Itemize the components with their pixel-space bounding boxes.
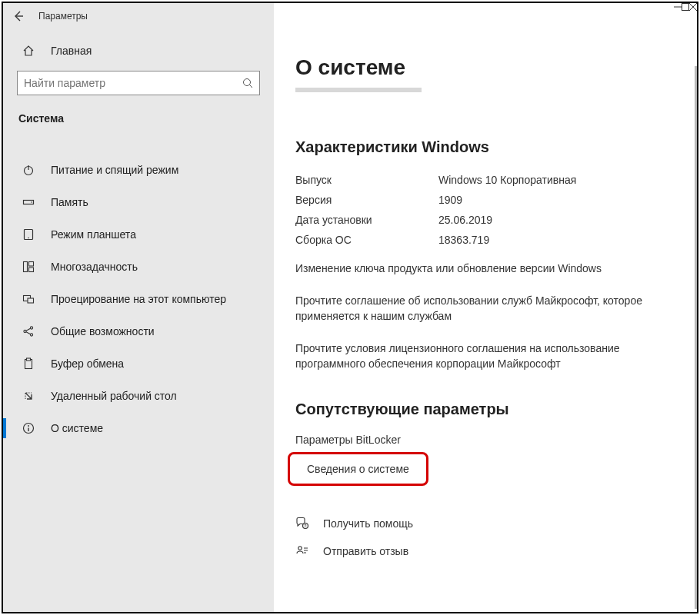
sidebar-item-label: Многозадачность xyxy=(51,260,138,274)
spec-value: 18363.719 xyxy=(438,234,489,246)
svg-rect-15 xyxy=(29,268,34,272)
maximize-button[interactable] xyxy=(682,3,689,11)
get-help-label: Получить помощь xyxy=(323,517,413,530)
spec-row: Версия 1909 xyxy=(295,190,675,210)
sidebar-item-clipboard[interactable]: Буфер обмена xyxy=(3,347,274,380)
search-input-container[interactable] xyxy=(17,71,260,95)
svg-rect-17 xyxy=(28,298,34,303)
storage-icon xyxy=(20,196,37,208)
svg-line-22 xyxy=(26,332,31,334)
title-underline xyxy=(295,88,422,92)
svg-point-19 xyxy=(30,327,32,329)
windows-specs-heading: Характеристики Windows xyxy=(295,138,675,156)
search-input[interactable] xyxy=(24,77,242,89)
sidebar-item-project[interactable]: Проецирование на этот компьютер xyxy=(3,283,274,315)
sidebar-item-label: Питание и спящий режим xyxy=(51,163,178,177)
minimize-button[interactable] xyxy=(674,3,682,11)
svg-point-12 xyxy=(28,238,29,239)
product-key-link[interactable]: Изменение ключа продукта или обновление … xyxy=(295,261,675,276)
svg-line-6 xyxy=(250,85,253,88)
sidebar-item-about[interactable]: О системе xyxy=(3,412,274,444)
svg-rect-1 xyxy=(682,4,689,11)
spec-value: 25.06.2019 xyxy=(438,214,492,226)
settings-window: Параметры Главная Система xyxy=(2,2,698,613)
spec-key: Версия xyxy=(295,194,438,206)
page-title: О системе xyxy=(295,55,675,80)
help-icon: ? xyxy=(295,517,315,530)
sidebar: Главная Система Питание и спящий режим xyxy=(3,29,274,612)
sidebar-item-shared[interactable]: Общие возможности xyxy=(3,315,274,347)
main-content: О системе Характеристики Windows Выпуск … xyxy=(274,29,697,612)
bitlocker-link[interactable]: Параметры BitLocker xyxy=(295,429,675,450)
close-button[interactable] xyxy=(689,3,697,11)
spec-key: Выпуск xyxy=(295,174,438,186)
window-controls-area xyxy=(274,3,697,29)
svg-rect-14 xyxy=(29,262,34,267)
sidebar-menu: Питание и спящий режим Память Режим план… xyxy=(3,135,274,612)
svg-point-30 xyxy=(298,547,302,550)
svg-rect-13 xyxy=(24,262,28,272)
spec-row: Сборка ОС 18363.719 xyxy=(295,230,675,250)
get-help-link[interactable]: ? Получить помощь xyxy=(295,512,675,535)
svg-rect-24 xyxy=(27,358,31,361)
feedback-icon xyxy=(295,544,315,558)
sidebar-section-label: Система xyxy=(3,108,274,135)
svg-point-18 xyxy=(24,330,26,332)
sidebar-item-power[interactable]: Питание и спящий режим xyxy=(3,154,274,186)
sidebar-item-label: Общие возможности xyxy=(51,324,155,338)
sidebar-item-label: Память xyxy=(51,195,88,209)
home-icon xyxy=(20,45,37,57)
related-settings-heading: Сопутствующие параметры xyxy=(295,401,675,418)
svg-line-21 xyxy=(26,328,31,331)
sidebar-item-label: Буфер обмена xyxy=(51,357,124,371)
scrollbar[interactable] xyxy=(695,66,697,609)
svg-text:?: ? xyxy=(305,524,307,528)
svg-point-5 xyxy=(244,79,251,86)
remote-icon xyxy=(20,390,37,402)
sidebar-item-remote[interactable]: Удаленный рабочий стол xyxy=(3,380,274,412)
system-info-link-highlighted[interactable]: Сведения о системе xyxy=(288,452,428,486)
feedback-link[interactable]: Отправить отзыв xyxy=(295,540,675,563)
sidebar-item-label: Режим планшета xyxy=(51,228,136,241)
project-icon xyxy=(20,293,37,305)
home-link[interactable]: Главная xyxy=(3,38,274,63)
system-info-link-label: Сведения о системе xyxy=(307,463,409,475)
svg-point-26 xyxy=(28,425,29,427)
svg-point-20 xyxy=(30,334,32,336)
tablet-icon xyxy=(20,228,37,241)
ms-license-terms-link[interactable]: Прочтите условия лицензионного соглашени… xyxy=(295,341,675,371)
ms-services-agreement-link[interactable]: Прочтите соглашение об использовании слу… xyxy=(295,293,675,324)
power-icon xyxy=(20,164,37,176)
sidebar-item-multitask[interactable]: Многозадачность xyxy=(3,251,274,283)
feedback-label: Отправить отзыв xyxy=(323,545,408,557)
spec-row: Выпуск Windows 10 Корпоративная xyxy=(295,170,675,190)
home-label: Главная xyxy=(51,45,92,57)
spec-value: 1909 xyxy=(438,194,462,206)
spec-key: Дата установки xyxy=(295,214,438,226)
info-icon xyxy=(20,422,37,434)
spec-key: Сборка ОС xyxy=(295,234,438,246)
window-title: Параметры xyxy=(38,11,88,22)
sidebar-item-storage[interactable]: Память xyxy=(3,186,274,218)
shared-icon xyxy=(20,325,37,337)
back-button[interactable] xyxy=(3,3,34,29)
sidebar-item-label: Проецирование на этот компьютер xyxy=(51,292,226,306)
spec-value: Windows 10 Корпоративная xyxy=(438,174,576,186)
svg-point-10 xyxy=(31,201,32,203)
spec-row: Дата установки 25.06.2019 xyxy=(295,210,675,230)
sidebar-item-tablet[interactable]: Режим планшета xyxy=(3,218,274,251)
sidebar-item-label: О системе xyxy=(51,421,103,435)
search-icon xyxy=(242,78,253,88)
clipboard-icon xyxy=(20,357,37,370)
multitask-icon xyxy=(20,261,37,273)
sidebar-item-label: Удаленный рабочий стол xyxy=(51,389,177,403)
